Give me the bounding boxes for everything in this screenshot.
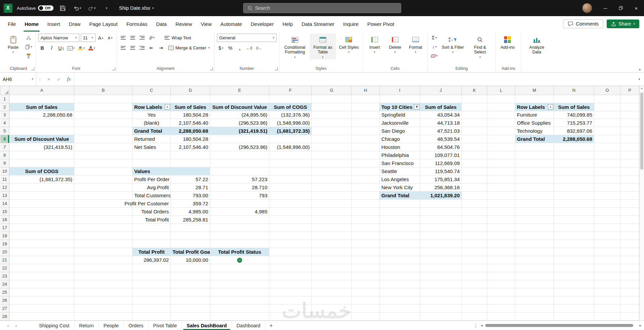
cell-O7[interactable]	[594, 143, 620, 151]
accounting-format-button[interactable]: $▾	[217, 44, 225, 52]
cell-C6[interactable]: Returned	[132, 135, 171, 143]
cell-K25[interactable]	[462, 288, 487, 296]
cell-O4[interactable]	[594, 119, 620, 127]
cell-H7[interactable]	[352, 143, 380, 151]
percent-style-button[interactable]: %	[226, 44, 234, 52]
cell-J20[interactable]	[420, 248, 462, 256]
sheet-tab-shipping-cost[interactable]: Shipping Cost	[34, 321, 74, 330]
cell-E15[interactable]: 4,985	[210, 208, 269, 216]
cell-L8[interactable]	[487, 151, 515, 159]
cell-A4[interactable]	[9, 119, 74, 127]
cell-G23[interactable]	[312, 272, 352, 280]
cell-P21[interactable]	[620, 256, 639, 264]
cell-J2[interactable]: Sum of Sales	[420, 103, 462, 111]
addins-button[interactable]: Add-ins	[498, 34, 517, 50]
cell-G1[interactable]	[312, 95, 352, 103]
cell-K26[interactable]	[462, 296, 487, 304]
cell-E12[interactable]: 28.710	[210, 183, 269, 192]
cell-C5[interactable]: Grand Total	[132, 127, 171, 135]
column-header-K[interactable]: K	[462, 86, 487, 95]
cell-A13[interactable]	[9, 192, 74, 200]
cell-L5[interactable]	[487, 127, 515, 135]
cell-A8[interactable]	[9, 151, 74, 159]
cell-C12[interactable]: Avg.Profit	[132, 183, 171, 192]
cell-B1[interactable]	[74, 95, 132, 103]
cell-G18[interactable]	[312, 232, 352, 240]
cell-L4[interactable]	[487, 119, 515, 127]
cell-C28[interactable]	[132, 312, 171, 320]
cell-P16[interactable]	[620, 216, 639, 224]
cell-H27[interactable]	[352, 304, 380, 312]
row-header-2[interactable]: 2	[0, 103, 9, 111]
cell-E17[interactable]	[210, 224, 269, 232]
cell-L9[interactable]	[487, 159, 515, 167]
cell-D20[interactable]: Total Profit Goal	[171, 248, 210, 256]
sheet-tab-pivot-table[interactable]: Pivot Table	[148, 321, 182, 330]
cell-J19[interactable]	[420, 240, 462, 248]
cell-P15[interactable]	[620, 208, 639, 216]
cell-D2[interactable]: Sum of Sales	[171, 103, 210, 111]
format-as-table-button[interactable]: Format as Table ▾	[310, 34, 336, 59]
cell-G24[interactable]	[312, 280, 352, 288]
cell-D15[interactable]: 4,985.00	[171, 208, 210, 216]
cell-C7[interactable]: Net Sales	[132, 143, 171, 151]
cancel-icon[interactable]: ×	[44, 73, 54, 86]
cell-O20[interactable]	[594, 248, 620, 256]
cell-O3[interactable]	[594, 111, 620, 119]
cell-C11[interactable]: Profit Per Order	[132, 175, 171, 183]
insert-cells-button[interactable]: Insert ▾	[365, 34, 384, 54]
cell-B7[interactable]	[74, 143, 132, 151]
cell-C19[interactable]	[132, 240, 171, 248]
align-left-button[interactable]	[119, 44, 127, 52]
cell-N23[interactable]	[554, 272, 594, 280]
cell-M20[interactable]	[515, 248, 554, 256]
cell-J1[interactable]	[420, 95, 462, 103]
cell-H10[interactable]	[352, 167, 380, 175]
cell-C26[interactable]	[132, 296, 171, 304]
cell-D12[interactable]: 28.71	[171, 183, 210, 192]
cell-I21[interactable]	[380, 256, 420, 264]
cell-B24[interactable]	[74, 280, 132, 288]
cell-E23[interactable]	[210, 272, 269, 280]
italic-button[interactable]: I	[48, 44, 56, 52]
cell-B12[interactable]	[74, 183, 132, 192]
font-size-select[interactable]: 11 ▾	[81, 34, 96, 42]
cell-E7[interactable]: (296,523.96)	[210, 143, 269, 151]
cell-O17[interactable]	[594, 224, 620, 232]
cell-P24[interactable]	[620, 280, 639, 288]
wrap-text-button[interactable]: Wrap Text	[162, 34, 193, 42]
row-header-28[interactable]: 28	[0, 312, 9, 320]
cell-O14[interactable]	[594, 200, 620, 208]
cell-B14[interactable]	[74, 200, 132, 208]
cell-L16[interactable]	[487, 216, 515, 224]
cell-L22[interactable]	[487, 264, 515, 272]
cell-O23[interactable]	[594, 272, 620, 280]
cell-A27[interactable]	[9, 304, 74, 312]
cell-A24[interactable]	[9, 280, 74, 288]
cell-F27[interactable]	[269, 304, 312, 312]
cell-K5[interactable]	[462, 127, 487, 135]
cell-H18[interactable]	[352, 232, 380, 240]
cell-K19[interactable]	[462, 240, 487, 248]
cell-G6[interactable]	[312, 135, 352, 143]
cell-L7[interactable]	[487, 143, 515, 151]
cell-N1[interactable]	[554, 95, 594, 103]
restore-button[interactable]	[613, 0, 629, 16]
cell-L12[interactable]	[487, 183, 515, 192]
cell-H28[interactable]	[352, 312, 380, 320]
cell-D24[interactable]	[171, 280, 210, 288]
cell-K8[interactable]	[462, 151, 487, 159]
cell-P13[interactable]	[620, 192, 639, 200]
cell-K1[interactable]	[462, 95, 487, 103]
cell-K27[interactable]	[462, 304, 487, 312]
cell-H14[interactable]	[352, 200, 380, 208]
cell-F13[interactable]	[269, 192, 312, 200]
document-title[interactable]: Ship Date.xlsx ▾	[119, 5, 154, 11]
cell-C21[interactable]: 286,397.02	[132, 256, 171, 264]
cell-H23[interactable]	[352, 272, 380, 280]
cell-K15[interactable]	[462, 208, 487, 216]
cell-J25[interactable]	[420, 288, 462, 296]
cell-H6[interactable]	[352, 135, 380, 143]
cell-B6[interactable]	[74, 135, 132, 143]
cell-K23[interactable]	[462, 272, 487, 280]
